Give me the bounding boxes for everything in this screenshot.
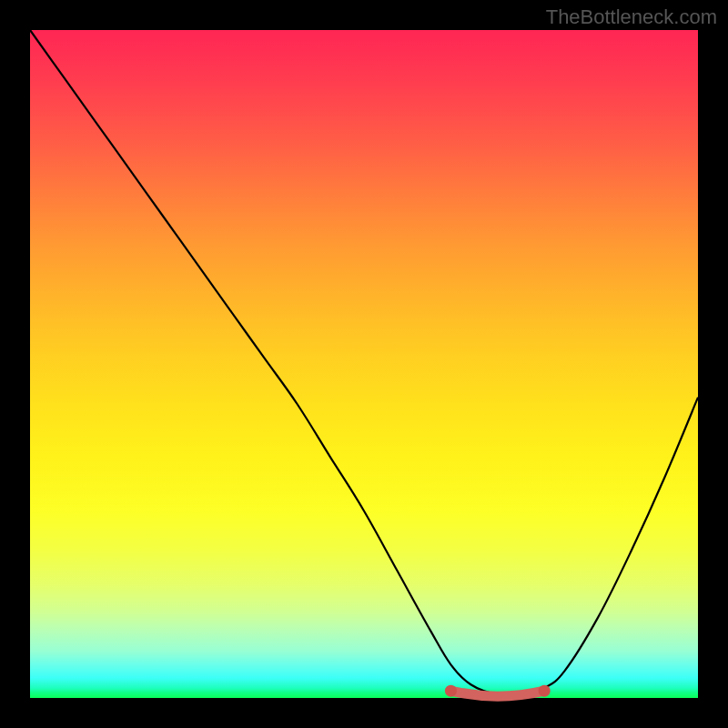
- curve-svg: [30, 30, 698, 698]
- bottleneck-curve: [30, 30, 698, 696]
- plot-area: [30, 30, 698, 698]
- optimal-marker-dot-left: [445, 685, 457, 697]
- chart-container: TheBottleneck.com: [0, 0, 728, 728]
- optimal-marker-line: [450, 691, 544, 696]
- optimal-marker-dot-right: [539, 685, 551, 697]
- watermark-text: TheBottleneck.com: [546, 5, 717, 29]
